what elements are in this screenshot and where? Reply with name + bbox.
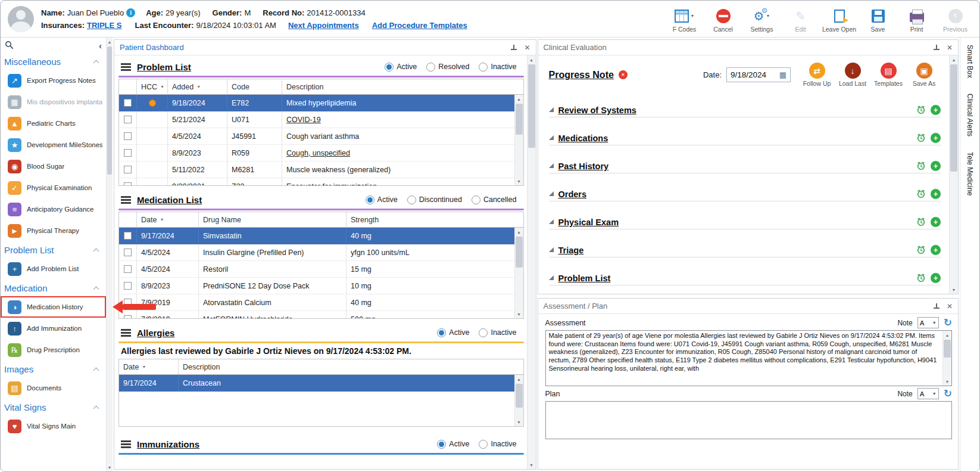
menu-icon[interactable]	[121, 440, 131, 448]
scroll-down-icon[interactable]	[515, 310, 523, 318]
side-tab-clinical-alerts[interactable]: Clinical Alerts	[966, 94, 974, 136]
allergies-title[interactable]: Allergies	[137, 328, 174, 338]
scroll-up-icon[interactable]	[950, 55, 958, 64]
checkbox-icon[interactable]	[124, 149, 132, 157]
scroll-track[interactable]	[515, 383, 523, 418]
sidebar-item-physical-examination[interactable]: ✓Physical Examination	[1, 177, 106, 198]
sidebar-item-documents[interactable]: ▤Documents	[1, 377, 106, 399]
radio-icon[interactable]	[479, 328, 488, 337]
checkbox-icon[interactable]	[124, 99, 132, 107]
scroll-track[interactable]	[107, 46, 113, 463]
note-format-dropdown[interactable]	[917, 317, 939, 328]
close-icon[interactable]	[947, 303, 953, 310]
table-row[interactable]: 8/9/2023R059Cough, unspecified	[119, 145, 514, 162]
f-codes-button[interactable]: F Codes	[667, 8, 701, 33]
clinical-section-title[interactable]: Physical Exam	[558, 218, 619, 227]
sidebar-group-images[interactable]: Images	[1, 361, 106, 377]
scroll-thumb[interactable]	[516, 104, 523, 135]
table-row[interactable]: 4/5/2024J45991Cough variant asthma	[119, 128, 514, 145]
table-scrollbar[interactable]	[514, 95, 523, 185]
radio-icon[interactable]	[366, 195, 374, 204]
add-section-icon[interactable]	[931, 189, 941, 199]
scroll-down-icon[interactable]	[950, 285, 958, 294]
scroll-down-icon[interactable]	[528, 461, 536, 469]
timer-icon[interactable]	[916, 161, 926, 170]
previous-button[interactable]: Previous	[938, 8, 972, 33]
sidebar-item-mis-dispositivos-implanta[interactable]: ▦Mis dispositivos implanta	[1, 91, 106, 113]
description-column-header[interactable]: Description	[179, 359, 523, 375]
sidebar-item-export-progress-notes[interactable]: ↗Export Progress Notes	[1, 70, 106, 91]
timer-icon[interactable]	[916, 245, 926, 254]
note-date-input[interactable]: 9/18/2024	[726, 67, 791, 82]
scroll-up-icon[interactable]	[515, 95, 523, 103]
expand-arrow-icon[interactable]	[549, 163, 554, 168]
scroll-track[interactable]	[515, 103, 523, 177]
timer-icon[interactable]	[916, 133, 926, 142]
scroll-down-icon[interactable]	[943, 377, 951, 386]
table-row[interactable]: 9/20/2021Z23Encounter for immunization	[119, 178, 514, 185]
table-scrollbar[interactable]	[514, 228, 523, 318]
filter-caret-icon[interactable]	[142, 365, 146, 369]
refresh-icon[interactable]	[944, 318, 952, 328]
add-section-icon[interactable]	[931, 273, 941, 283]
scroll-up-icon[interactable]	[107, 38, 113, 46]
sidebar-item-blood-sugar[interactable]: ◉Blood Sugar	[1, 156, 106, 177]
dashboard-scrollbar[interactable]	[527, 55, 536, 469]
table-scrollbar[interactable]	[514, 375, 523, 426]
plan-textbox[interactable]	[545, 401, 953, 439]
radio-icon[interactable]	[479, 440, 488, 449]
row-select-cell[interactable]	[119, 261, 137, 278]
table-row[interactable]: 9/17/2024Simvastatin40 mg	[119, 228, 514, 244]
checkbox-icon[interactable]	[124, 132, 132, 140]
scroll-thumb[interactable]	[950, 64, 957, 172]
scroll-track[interactable]	[943, 339, 951, 377]
scroll-down-icon[interactable]	[515, 418, 523, 426]
sidebar-item-pediatric-charts[interactable]: ▲Pediatric Charts	[1, 113, 106, 134]
row-select-cell[interactable]	[119, 145, 137, 162]
add-section-icon[interactable]	[931, 217, 941, 227]
expand-arrow-icon[interactable]	[549, 275, 554, 280]
clinical-section-title[interactable]: Review of Systems	[558, 105, 636, 115]
drug-column-header[interactable]: Drug Name	[199, 212, 347, 228]
radio-icon[interactable]	[472, 195, 480, 204]
clinical-section-title[interactable]: Medications	[558, 133, 608, 143]
timer-icon[interactable]	[916, 105, 926, 114]
cancel-button[interactable]: Cancel	[706, 8, 740, 33]
scroll-thumb[interactable]	[516, 384, 523, 408]
scroll-thumb[interactable]	[528, 64, 535, 148]
row-select-cell[interactable]	[119, 278, 137, 294]
medication-filter-discontinued[interactable]: Discontinued	[407, 195, 462, 204]
allergies-filter-inactive[interactable]: Inactive	[479, 328, 516, 337]
scroll-thumb[interactable]	[944, 340, 951, 358]
sidebar-scrollbar[interactable]	[106, 38, 113, 471]
expand-arrow-icon[interactable]	[549, 219, 554, 224]
medication-list-title[interactable]: Medication List	[137, 195, 202, 205]
save-as-button[interactable]: ▣Save As	[907, 63, 941, 87]
scroll-up-icon[interactable]	[528, 55, 536, 64]
medication-filter-active[interactable]: Active	[366, 195, 398, 204]
scroll-down-icon[interactable]	[107, 463, 113, 471]
radio-icon[interactable]	[385, 63, 394, 72]
row-select-cell[interactable]	[119, 178, 137, 185]
scroll-thumb[interactable]	[107, 46, 112, 175]
templates-button[interactable]: ▤Templates	[872, 63, 905, 87]
menu-icon[interactable]	[121, 196, 131, 204]
sidebar-item-medication-history[interactable]: ◑Medication History	[1, 296, 106, 318]
table-row[interactable]: 8/9/2023PredniSONE 12 Day Dose Pack10 mg	[119, 278, 514, 294]
edit-button[interactable]: Edit	[784, 8, 817, 33]
scroll-up-icon[interactable]	[515, 228, 523, 236]
problem-filter-active[interactable]: Active	[385, 63, 417, 72]
menu-icon[interactable]	[121, 63, 131, 71]
follow-up-button[interactable]: ⇄Follow Up	[800, 63, 834, 87]
assessment-text[interactable]: Male patient of 29 year(s) of age Viene …	[546, 331, 943, 386]
close-icon[interactable]	[947, 44, 953, 51]
checkbox-icon[interactable]	[124, 249, 132, 256]
checkbox-icon[interactable]	[124, 315, 132, 318]
pin-icon[interactable]	[510, 44, 517, 51]
code-column-header[interactable]: Code	[227, 79, 282, 95]
sidebar-item-add-immunization[interactable]: ↑Add Immunization	[1, 318, 106, 339]
immunizations-filter-active[interactable]: Active	[437, 440, 469, 449]
added-column-header[interactable]: Added	[168, 79, 227, 95]
radio-icon[interactable]	[437, 328, 446, 337]
checkbox-icon[interactable]	[124, 265, 132, 273]
